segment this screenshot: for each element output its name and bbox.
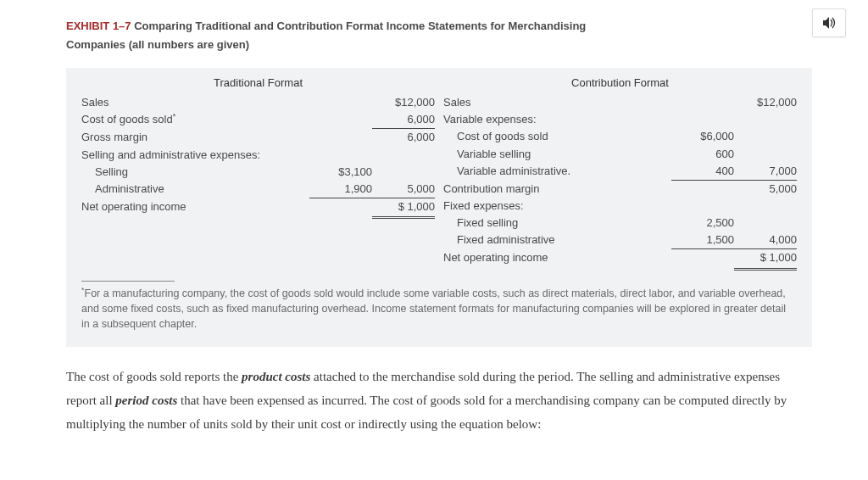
cont-vadmin-lbl: Variable administrative. (443, 163, 671, 181)
cont-fix-total: 4,000 (734, 232, 797, 249)
trad-admin-lbl: Administrative (81, 181, 309, 198)
cont-fsell-lbl: Fixed selling (443, 215, 671, 232)
trad-gross-amt: 6,000 (372, 129, 435, 146)
footnote-rule (81, 281, 175, 282)
volume-icon (821, 16, 837, 30)
trad-gross-lbl: Gross margin (81, 129, 309, 146)
cont-varexp-lbl: Variable expenses: (443, 111, 671, 128)
product-costs-em: product costs (242, 370, 310, 383)
cont-cm-lbl: Contribution margin (443, 181, 671, 198)
cont-sales-amt: $12,000 (734, 94, 797, 111)
trad-noi-amt: $ 1,000 (372, 198, 435, 219)
cont-vcogs-amt: $6,000 (671, 128, 734, 145)
trad-sae-total: 5,000 (372, 181, 435, 198)
traditional-heading: Traditional Format (81, 75, 435, 94)
trad-selling-lbl: Selling (81, 164, 309, 181)
cont-vcogs-lbl: Cost of goods sold (443, 128, 671, 145)
cont-noi-amt: $ 1,000 (734, 249, 797, 270)
cont-vsell-lbl: Variable selling (443, 146, 671, 163)
cont-vadmin-amt: 400 (671, 163, 734, 181)
traditional-column: Traditional Format Sales$12,000 Cost of … (81, 75, 435, 270)
contribution-column: Contribution Format Sales$12,000 Variabl… (435, 75, 797, 270)
cont-cm-amt: 5,000 (734, 181, 797, 198)
page: EXHIBIT 1–7 Comparing Traditional and Co… (0, 0, 868, 480)
exhibit-panel: Traditional Format Sales$12,000 Cost of … (66, 68, 812, 347)
cont-fadmin-amt: 1,500 (671, 232, 734, 249)
body-paragraph: The cost of goods sold reports the produ… (66, 366, 812, 436)
exhibit-label: EXHIBIT 1–7 (66, 20, 131, 32)
period-costs-em: period costs (115, 393, 177, 407)
cont-fadmin-lbl: Fixed administrative (443, 232, 671, 249)
trad-cogs-amt: 6,000 (372, 111, 435, 129)
trad-cogs-lbl: Cost of goods sold* (81, 111, 309, 129)
footnote: *For a manufacturing company, the cost o… (81, 285, 797, 332)
cont-noi-lbl: Net operating income (443, 249, 671, 270)
trad-noi-lbl: Net operating income (81, 198, 309, 219)
contribution-heading: Contribution Format (443, 75, 797, 94)
cont-fixexp-lbl: Fixed expenses: (443, 198, 671, 215)
cont-var-total: 7,000 (734, 163, 797, 181)
cont-vsell-amt: 600 (671, 146, 734, 163)
exhibit-header: EXHIBIT 1–7 Comparing Traditional and Co… (66, 17, 809, 54)
cont-fsell-amt: 2,500 (671, 215, 734, 232)
cont-sales-lbl: Sales (443, 94, 671, 111)
audio-button[interactable] (812, 8, 846, 37)
exhibit-title-1: Comparing Traditional and Contribution F… (134, 20, 586, 32)
trad-sales-amt: $12,000 (372, 94, 435, 111)
trad-sae-lbl: Selling and administrative expenses: (81, 147, 309, 164)
trad-admin-amt: 1,900 (309, 181, 372, 198)
exhibit-title-2: Companies (all numbers are given) (66, 38, 249, 51)
trad-selling-amt: $3,100 (309, 164, 372, 181)
footnote-text: For a manufacturing company, the cost of… (81, 287, 786, 330)
trad-sales-lbl: Sales (81, 94, 309, 111)
